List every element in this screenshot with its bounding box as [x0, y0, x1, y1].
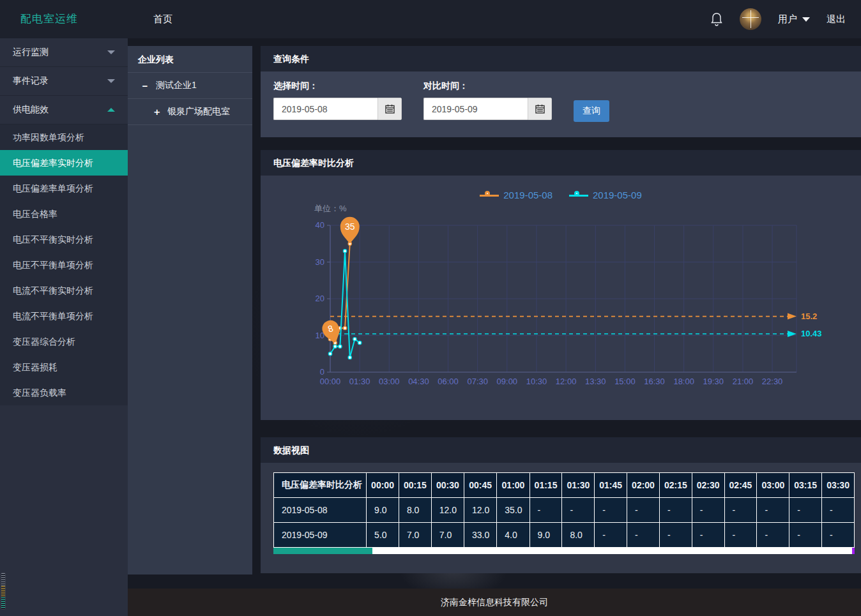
- svg-text:单位：%: 单位：%: [314, 204, 347, 213]
- legend-marker-icon: [480, 191, 499, 200]
- table-cell: -: [724, 498, 757, 523]
- collapse-icon[interactable]: −: [141, 80, 149, 91]
- data-view-panel: 数据视图 电压偏差率时比分析00:0000:1500:3000:4501:000…: [261, 437, 861, 573]
- logout-link[interactable]: 退出: [827, 13, 846, 26]
- sidebar-subitem-10[interactable]: 变压器负载率: [0, 380, 128, 405]
- table-cell: -: [724, 523, 757, 548]
- scrollbar-edge-marker: [852, 548, 855, 554]
- search-button[interactable]: 查询: [574, 100, 609, 122]
- svg-text:10.43: 10.43: [801, 329, 822, 338]
- sidebar-nav: 运行监测事件记录供电能效功率因数单项分析电压偏差率实时分析电压偏差率单项分析电压…: [0, 38, 128, 616]
- scrollbar-thumb[interactable]: [273, 548, 372, 554]
- sidebar-group-label: 供电能效: [13, 104, 49, 116]
- table-time-header: 01:00: [497, 473, 530, 498]
- bell-icon[interactable]: [710, 12, 723, 26]
- page-scrollbar-widget[interactable]: [1, 573, 6, 610]
- sidebar-group-label: 运行监测: [13, 47, 49, 58]
- enterprise-tree-title: 企业列表: [128, 46, 252, 73]
- table-time-header: 00:45: [464, 473, 497, 498]
- user-dropdown-label: 用户: [778, 13, 797, 26]
- sidebar-submenu: 功率因数单项分析电压偏差率实时分析电压偏差率单项分析电压合格率电压不平衡实时分析…: [0, 124, 128, 405]
- user-dropdown[interactable]: 用户: [778, 13, 810, 26]
- svg-text:15:00: 15:00: [614, 377, 636, 386]
- sidebar-subitem-5[interactable]: 电压不平衡单项分析: [0, 252, 128, 278]
- compare-time-input[interactable]: [423, 98, 528, 120]
- svg-text:12:00: 12:00: [556, 377, 577, 386]
- svg-text:21:00: 21:00: [733, 377, 754, 386]
- table-cell: -: [659, 523, 692, 548]
- query-panel: 查询条件 选择时间： 对比时间：: [261, 46, 861, 137]
- table-cell: 9.0: [367, 498, 399, 523]
- svg-text:04:30: 04:30: [408, 377, 429, 386]
- user-avatar[interactable]: [740, 8, 761, 30]
- table-horizontal-scrollbar[interactable]: [273, 548, 855, 554]
- table-time-header: 03:15: [789, 473, 822, 498]
- legend-item-0[interactable]: 2019-05-08: [480, 190, 552, 200]
- table-cell: -: [595, 498, 627, 523]
- chevron-down-icon: [107, 50, 115, 54]
- select-time-label: 选择时间：: [273, 80, 402, 92]
- sidebar-subitem-3[interactable]: 电压合格率: [0, 201, 128, 227]
- nav-home-link[interactable]: 首页: [153, 0, 172, 38]
- chart-legend: 2019-05-082019-05-09: [261, 190, 861, 200]
- sidebar-subitem-4[interactable]: 电压不平衡实时分析: [0, 227, 128, 252]
- svg-text:10:30: 10:30: [526, 377, 547, 386]
- tree-item-1[interactable]: ＋银泉广场配电室: [128, 99, 252, 125]
- select-time-calendar-button[interactable]: [377, 98, 402, 120]
- tree-item-0[interactable]: −测试企业1: [128, 73, 252, 99]
- sidebar-subitem-6[interactable]: 电流不平衡实时分析: [0, 278, 128, 303]
- data-view-title: 数据视图: [261, 437, 861, 463]
- table-cell: -: [789, 498, 822, 523]
- table-cell: 12.0: [464, 498, 497, 523]
- table-time-header: 02:15: [659, 473, 692, 498]
- sidebar-subitem-1[interactable]: 电压偏差率实时分析: [0, 150, 128, 176]
- sidebar-group-0[interactable]: 运行监测: [0, 38, 128, 67]
- svg-text:01:30: 01:30: [349, 377, 370, 386]
- table-cell: -: [757, 523, 789, 548]
- svg-text:06:00: 06:00: [438, 377, 459, 386]
- svg-text:18:00: 18:00: [673, 377, 694, 386]
- table-cell: 35.0: [497, 498, 530, 523]
- sidebar-subitem-7[interactable]: 电流不平衡单项分析: [0, 303, 128, 329]
- chevron-down-icon: [107, 79, 115, 83]
- chevron-up-icon: [107, 108, 115, 112]
- line-chart: 00:0001:3003:0004:3006:0007:3009:0010:30…: [261, 176, 861, 420]
- widget-orange-stripes: [1, 586, 5, 597]
- table-corner-header: 电压偏差率时比分析: [274, 473, 367, 498]
- avatar-crosshair-v: [751, 10, 751, 29]
- tree-item-label: 银泉广场配电室: [167, 106, 230, 117]
- data-table: 电压偏差率时比分析00:0000:1500:3000:4501:0001:150…: [273, 472, 855, 548]
- table-time-header: 03:00: [757, 473, 789, 498]
- svg-text:0: 0: [320, 367, 324, 377]
- chart-panel: 电压偏差率时比分析 2019-05-082019-05-09 00:0001:3…: [261, 150, 861, 420]
- table-cell: -: [627, 523, 660, 548]
- svg-text:20: 20: [316, 294, 324, 303]
- select-time-input[interactable]: [273, 98, 377, 120]
- table-time-header: 02:30: [692, 473, 724, 498]
- table-time-header: 01:30: [562, 473, 595, 498]
- compare-time-calendar-button[interactable]: [528, 98, 552, 120]
- legend-item-1[interactable]: 2019-05-09: [569, 190, 642, 200]
- svg-text:16:30: 16:30: [644, 377, 665, 386]
- table-time-header: 00:00: [367, 473, 399, 498]
- sidebar-subitem-9[interactable]: 变压器损耗: [0, 354, 128, 380]
- expand-icon[interactable]: ＋: [152, 106, 161, 118]
- table-cell: -: [822, 498, 855, 523]
- table-cell: -: [595, 523, 627, 548]
- table-row: 2019-05-089.08.012.012.035.0----------: [274, 498, 855, 523]
- sidebar-subitem-0[interactable]: 功率因数单项分析: [0, 124, 128, 150]
- svg-text:30: 30: [316, 257, 324, 267]
- sidebar-group-2[interactable]: 供电能效: [0, 96, 128, 124]
- sidebar-subitem-8[interactable]: 变压器综合分析: [0, 329, 128, 354]
- table-cell: 8.0: [562, 523, 595, 548]
- table-time-header: 01:15: [530, 473, 562, 498]
- legend-label: 2019-05-09: [593, 190, 642, 200]
- table-cell: 12.0: [431, 498, 464, 523]
- table-cell: -: [530, 498, 562, 523]
- table-time-header: 02:45: [724, 473, 757, 498]
- table-cell: 7.0: [431, 523, 464, 548]
- sidebar-subitem-2[interactable]: 电压偏差率单项分析: [0, 176, 128, 201]
- svg-text:09:00: 09:00: [497, 377, 518, 386]
- svg-text:15.2: 15.2: [801, 312, 817, 321]
- sidebar-group-1[interactable]: 事件记录: [0, 67, 128, 96]
